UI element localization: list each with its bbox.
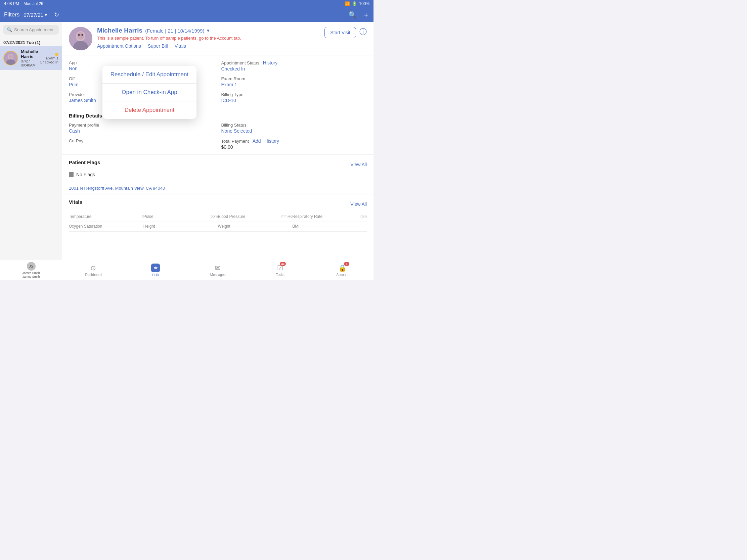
- search-bar[interactable]: 🔍 Search Appointment: [3, 25, 59, 34]
- ehr-icon: dr: [151, 264, 160, 272]
- ehr-label: EHR: [152, 273, 159, 277]
- status-dot: [55, 53, 58, 56]
- date-group-header: 07/27/2021 Tue (1): [0, 37, 62, 46]
- tab-tasks[interactable]: ☑ 43 Tasks: [249, 260, 311, 280]
- tab-messages[interactable]: ✉ Messages: [187, 260, 249, 280]
- app-header: Filters 07/27/21 ▾ ↻ 🔍 ＋: [0, 7, 374, 22]
- account-badge: 3: [344, 262, 349, 266]
- dashboard-label: Dashboard: [85, 273, 102, 277]
- search-bar-icon: 🔍: [7, 27, 12, 32]
- profile-name: James SmithJames Smith: [23, 271, 40, 279]
- tab-account[interactable]: 🔒 3 Account: [311, 260, 374, 280]
- search-icon[interactable]: 🔍: [348, 11, 357, 19]
- appointment-patient-name: Michelle Harris: [21, 49, 40, 59]
- profile-avatar: JS: [27, 262, 35, 271]
- tab-dashboard[interactable]: ⊙ Dashboard: [62, 260, 124, 280]
- context-menu-overlay[interactable]: Reschedule / Edit Appointment Open in Ch…: [62, 22, 374, 260]
- filters-button[interactable]: Filters: [4, 11, 20, 18]
- battery-icon: 🔋: [352, 1, 357, 6]
- svg-point-3: [9, 54, 13, 59]
- sidebar: 🔍 Search Appointment 07/27/2021 Tue (1) …: [0, 22, 62, 260]
- status-time: 4:08 PM Mon Jul 26: [4, 1, 43, 6]
- tab-ehr[interactable]: dr EHR: [125, 260, 187, 280]
- account-label: Account: [336, 273, 348, 277]
- header-date[interactable]: 07/27/21 ▾: [24, 12, 47, 18]
- reschedule-edit-button[interactable]: Reschedule / Edit Appointment: [102, 66, 197, 84]
- header-right: 🔍 ＋: [66, 10, 369, 20]
- appointment-avatar: [3, 51, 18, 65]
- status-bar: 4:08 PM Mon Jul 26 📶 🔋 100%: [0, 0, 374, 7]
- main-content: Michelle Harris (Female | 21 | 10/14/199…: [62, 22, 374, 260]
- refresh-icon[interactable]: ↻: [54, 11, 59, 19]
- appointment-info: Michelle Harris 07/27 09:40AM: [21, 49, 40, 67]
- tasks-badge-container: ☑ 43: [277, 264, 283, 272]
- messages-label: Messages: [210, 273, 226, 277]
- add-icon[interactable]: ＋: [363, 10, 369, 20]
- appointment-room: Exam 1: [40, 56, 58, 60]
- appointment-time: 07/27 09:40AM: [21, 59, 40, 67]
- appointment-list-item[interactable]: Michelle Harris 07/27 09:40AM Exam 1 Che…: [0, 46, 62, 70]
- main-layout: 🔍 Search Appointment 07/27/2021 Tue (1) …: [0, 22, 374, 260]
- appointment-checked-in: Checked In: [40, 60, 58, 64]
- tasks-badge: 43: [280, 262, 286, 266]
- tasks-label: Tasks: [276, 273, 284, 277]
- appointment-meta: Exam 1 Checked In: [40, 52, 58, 64]
- account-badge-container: 🔒 3: [338, 264, 346, 272]
- header-left: Filters 07/27/21 ▾ ↻: [4, 11, 66, 19]
- search-input-placeholder[interactable]: Search Appointment: [14, 27, 53, 32]
- status-icons: 📶 🔋 100%: [345, 1, 369, 6]
- context-menu: Reschedule / Edit Appointment Open in Ch…: [102, 66, 197, 119]
- dashboard-icon: ⊙: [91, 264, 96, 272]
- wifi-icon: 📶: [345, 1, 350, 6]
- tab-profile[interactable]: JS James SmithJames Smith: [0, 260, 62, 280]
- tab-bar: JS James SmithJames Smith ⊙ Dashboard dr…: [0, 260, 374, 280]
- open-checkin-app-button[interactable]: Open in Check-in App: [102, 84, 197, 101]
- messages-icon: ✉: [215, 264, 221, 272]
- delete-appointment-button[interactable]: Delete Appointment: [102, 101, 197, 119]
